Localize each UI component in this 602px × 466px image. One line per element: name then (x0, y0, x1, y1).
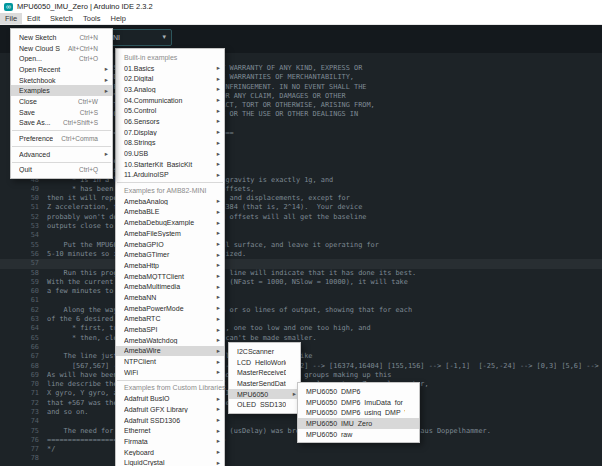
menu-item-amebaanalog[interactable]: AmebaAnalog▸ (116, 196, 224, 207)
menu-item-amebafilesystem[interactable]: AmebaFileSystem▸ (116, 228, 224, 239)
editor-line: 58 Run this program. A "----- done -----… (0, 269, 602, 278)
menu-item-label: Preferences... (19, 135, 53, 142)
menu-item-07-display[interactable]: 07.Display▸ (116, 127, 224, 138)
editor-line: 63of the 6 desired offsets, it is (0, 315, 602, 324)
menu-item-mpu6050-dmp6-using-dmp-v6v12[interactable]: MPU6050_DMP6_using_DMP_V6v12 (298, 407, 419, 418)
menu-item-03-analog[interactable]: 03.Analog▸ (116, 84, 224, 95)
line-number: 70 (0, 380, 47, 389)
menu-item-amebann[interactable]: AmebaNN▸ (116, 292, 224, 303)
menu-item-amebawire[interactable]: AmebaWire▸ (116, 346, 224, 357)
submenu-arrow-icon: ▸ (102, 76, 108, 84)
menu-separator (12, 130, 111, 131)
menu-item-advanced[interactable]: Advanced▸ (11, 149, 112, 160)
editor-line: 55 Put the MPU6050 on a flat and horizon… (0, 241, 602, 250)
line-number: 67 (0, 352, 47, 361)
menu-item-adafruit-busio[interactable]: Adafruit BusIO▸ (116, 393, 224, 404)
menu-item-label: AmebaBLE (124, 208, 210, 215)
menu-item-i2cscanner[interactable]: I2CScanner (229, 346, 300, 357)
menu-item-02-digital[interactable]: 02.Digital▸ (116, 73, 224, 84)
menu-separator (117, 182, 223, 183)
menu-item-amebapowermode[interactable]: AmebaPowerMode▸ (116, 303, 224, 314)
menu-item-mpu6050-raw[interactable]: MPU6050_raw (298, 429, 419, 440)
menu-item-label: NTPClient (124, 358, 210, 365)
menu-item-new-cloud-sketch[interactable]: New Cloud SketchAlt+Ctrl+N (11, 43, 112, 54)
menu-item-label: I2CScanner (237, 348, 286, 355)
menu-item-open-recent[interactable]: Open Recent▸ (11, 64, 112, 75)
menu-item-label: AmebaWire (124, 347, 210, 354)
menu-item-08-strings[interactable]: 08.Strings▸ (116, 138, 224, 149)
menu-item-06-sensors[interactable]: 06.Sensors▸ (116, 116, 224, 127)
menu-item-label: New Sketch (19, 34, 71, 41)
line-number: 63 (0, 315, 47, 324)
submenu-arrow-icon: ▸ (102, 87, 108, 95)
menu-item-amebagtimer[interactable]: AmebaGTimer▸ (116, 249, 224, 260)
menu-item-keyboard[interactable]: Keyboard▸ (116, 447, 224, 458)
menu-item-amebamqttclient[interactable]: AmebaMQTTClient▸ (116, 271, 224, 282)
menubar-item-help[interactable]: Help (105, 13, 130, 24)
menu-item-amebadebugexample[interactable]: AmebaDebugExample▸ (116, 217, 224, 228)
menu-item-04-communication[interactable]: 04.Communication▸ (116, 95, 224, 106)
menu-item-oled-ssd1306[interactable]: OLED_SSD1306 (229, 399, 300, 410)
menu-item-close[interactable]: CloseCtrl+W (11, 96, 112, 107)
editor-line: 77*/ (0, 445, 602, 454)
submenu-arrow-icon: ▸ (214, 160, 220, 168)
editor-line: 68 [567,567] --> [-1,2] [-2223,-2223] --… (0, 362, 602, 371)
menu-item-amebaspi[interactable]: AmebaSPI▸ (116, 324, 224, 335)
menu-item-09-usb[interactable]: 09.USB▸ (116, 148, 224, 159)
menu-item-mpu6050[interactable]: MPU6050▸ (229, 389, 300, 400)
menubar-item-tools[interactable]: Tools (78, 13, 106, 24)
menu-item-mastersenddata[interactable]: MasterSendData (229, 378, 300, 389)
menu-item-lcd-helloworld[interactable]: LCD_HelloWorld (229, 357, 300, 368)
menu-item-open[interactable]: Open...Ctrl+O (11, 53, 112, 64)
menubar-item-file[interactable]: File (0, 13, 22, 24)
menu-item-05-control[interactable]: 05.Control▸ (116, 105, 224, 116)
menu-item-masterreceivedata[interactable]: MasterReceiveData (229, 367, 300, 378)
menu-item-10-starterkit-basickit[interactable]: 10.StarterKit_BasicKit▸ (116, 159, 224, 170)
submenu-arrow-icon: ▸ (214, 437, 220, 445)
menu-item-adafruit-ssd1306[interactable]: Adafruit SSD1306▸ (116, 415, 224, 426)
menu-item-amebawatchdog[interactable]: AmebaWatchdog▸ (116, 335, 224, 346)
menu-item-liquidcrystal[interactable]: LiquidCrystal▸ (116, 457, 224, 466)
menu-item-label: WiFi (124, 369, 210, 376)
menu-section-header-examples-for-amb82-mini: Examples for AMB82-MINI (116, 185, 224, 196)
menu-item-examples[interactable]: Examples▸ (11, 85, 112, 96)
line-number: 66 (0, 343, 47, 352)
menu-item-mpu6050-dmp6-imudata-for-ros[interactable]: MPU6050_DMP6_ImuData_for_ROS (298, 397, 419, 408)
menu-item-01-basics[interactable]: 01.Basics▸ (116, 63, 224, 74)
menu-item-new-sketch[interactable]: New SketchCtrl+N (11, 32, 112, 43)
submenu-arrow-icon: ▸ (214, 395, 220, 403)
menu-item-11-arduinoisp[interactable]: 11.ArduinoISP▸ (116, 170, 224, 181)
line-number: 76 (0, 436, 47, 445)
menu-item-ntpclient[interactable]: NTPClient▸ (116, 356, 224, 367)
menu-item-label: MPU6050_DMP6_using_DMP_V6v12 (306, 409, 405, 416)
menu-item-sketchbook[interactable]: Sketchbook▸ (11, 75, 112, 86)
menu-item-firmata[interactable]: Firmata▸ (116, 436, 224, 447)
menu-item-label: AmebaMultimedia (124, 283, 210, 290)
menu-item-save-as[interactable]: Save As...Ctrl+Shift+S (11, 118, 112, 129)
menu-item-amebamultimedia[interactable]: AmebaMultimedia▸ (116, 281, 224, 292)
menu-item-ethernet[interactable]: Ethernet▸ (116, 425, 224, 436)
menubar-item-sketch[interactable]: Sketch (45, 13, 78, 24)
menubar-item-edit[interactable]: Edit (22, 13, 45, 24)
menu-item-amebahttp[interactable]: AmebaHttp▸ (116, 260, 224, 271)
menu-item-amebagpio[interactable]: AmebaGPIO▸ (116, 239, 224, 250)
editor-line: 61 (0, 296, 602, 305)
menu-item-amebable[interactable]: AmebaBLE▸ (116, 207, 224, 218)
menu-item-preferences[interactable]: Preferences...Ctrl+Comma (11, 133, 112, 144)
editor-line: 54 (0, 231, 602, 240)
menu-item-adafruit-gfx-library[interactable]: Adafruit GFX Library▸ (116, 404, 224, 415)
menu-item-mpu6050-imu-zero[interactable]: MPU6050_IMU_Zero (298, 418, 419, 429)
menu-item-wifi[interactable]: WiFi▸ (116, 367, 224, 378)
menu-item-label: Quit (19, 166, 71, 173)
menu-item-mpu6050-dmp6[interactable]: MPU6050_DMP6 (298, 386, 419, 397)
menu-item-save[interactable]: SaveCtrl+S (11, 107, 112, 118)
editor-line: 50then it will report 0 for all accelera… (0, 194, 602, 203)
mpu6050-menu-panel: MPU6050_DMP6MPU6050_DMP6_ImuData_for_ROS… (297, 382, 420, 443)
submenu-arrow-icon: ▸ (214, 358, 220, 366)
submenu-arrow-icon: ▸ (214, 336, 220, 344)
submenu-arrow-icon: ▸ (214, 272, 220, 280)
menu-item-quit[interactable]: QuitCtrl+Q (11, 165, 112, 176)
line-number: 59 (0, 278, 47, 287)
submenu-arrow-icon: ▸ (214, 293, 220, 301)
menu-item-amebartc[interactable]: AmebaRTC▸ (116, 314, 224, 325)
